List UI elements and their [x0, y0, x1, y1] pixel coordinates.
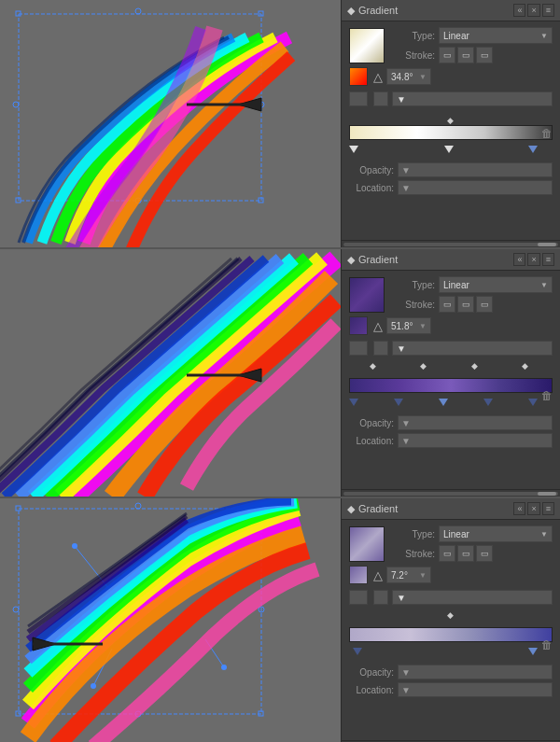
extra-icon-2[interactable] [373, 341, 388, 356]
scrollbar-1[interactable] [342, 240, 560, 247]
small-swatch-1[interactable] [349, 67, 368, 86]
delete-btn-3[interactable]: 🗑 [541, 638, 553, 651]
type-value-2: Linear [443, 280, 469, 290]
opacity-input-1[interactable]: ▼ [398, 162, 553, 177]
panel-row-1: ◆ Gradient « × ≡ Type: Linear ▼ [0, 0, 560, 249]
svg-point-30 [91, 683, 96, 689]
type-label-2: Type: [390, 280, 435, 290]
gradient-swatch-3[interactable] [349, 526, 385, 562]
panel-corner-btns-1: « × ≡ [513, 4, 554, 17]
stop-1b[interactable] [444, 142, 454, 153]
extra-select-1[interactable]: ▼ [392, 91, 553, 106]
gradient-icon-2: ◆ [347, 254, 355, 266]
gradient-bar-1[interactable] [349, 125, 553, 140]
small-swatch-2[interactable] [349, 316, 368, 335]
extra-select-arrow-3: ▼ [397, 593, 406, 603]
panel-body-3: Type: Linear ▼ Stroke: ▭ ▭ ▭ [342, 520, 560, 740]
menu-btn-1[interactable]: ≡ [542, 4, 554, 17]
stroke-btn-3c[interactable]: ▭ [476, 545, 493, 562]
type-select-3[interactable]: Linear ▼ [439, 525, 553, 542]
stop-2b[interactable] [394, 395, 403, 406]
gradient-swatch-1[interactable] [349, 28, 385, 63]
opacity-input-2[interactable]: ▼ [398, 415, 553, 430]
extra-select-2[interactable]: ▼ [392, 341, 553, 356]
extra-row-3: ▼ [349, 588, 553, 607]
stroke-btn-2b[interactable]: ▭ [457, 296, 474, 313]
diamond-2a[interactable]: ◆ [370, 361, 376, 371]
scrollbar-thumb-2 [538, 492, 556, 496]
stop-3b[interactable] [528, 644, 538, 655]
opacity-row-2: Opacity: ▼ [349, 415, 553, 430]
extra-swatch-3[interactable] [349, 590, 368, 605]
angle-field-2[interactable]: 51.8° ▼ [386, 317, 431, 334]
scrollbar-2[interactable] [342, 489, 560, 497]
stroke-btn-3b[interactable]: ▭ [457, 545, 474, 562]
stop-3a[interactable] [353, 644, 362, 655]
stop-1c[interactable] [528, 142, 538, 153]
gradient-icon-3: ◆ [347, 503, 355, 515]
location-label-3: Location: [349, 685, 394, 695]
close-btn-1[interactable]: × [527, 4, 539, 17]
diamond-3[interactable]: ◆ [447, 610, 454, 620]
extra-select-3[interactable]: ▼ [392, 590, 553, 605]
extra-swatch-1[interactable] [349, 91, 368, 106]
location-input-1[interactable]: ▼ [398, 180, 553, 195]
type-arrow-3: ▼ [540, 530, 548, 539]
extra-icon-3[interactable] [373, 590, 388, 605]
close-btn-2[interactable]: × [527, 253, 539, 266]
panel-corner-btns-2: « × ≡ [513, 253, 554, 266]
type-label-3: Type: [390, 529, 435, 539]
location-input-2[interactable]: ▼ [398, 433, 553, 448]
opacity-arrow-3: ▼ [401, 667, 411, 678]
angle-field-3[interactable]: 7.2° ▼ [386, 567, 431, 583]
opacity-label-3: Opacity: [349, 667, 394, 678]
type-select-2[interactable]: Linear ▼ [439, 276, 553, 293]
type-select-1[interactable]: Linear ▼ [439, 27, 553, 44]
angle-icon-1: △ [373, 70, 383, 84]
stop-2d[interactable] [483, 395, 493, 406]
stroke-btn-1c[interactable]: ▭ [476, 47, 493, 63]
diamond-2c[interactable]: ◆ [471, 361, 478, 371]
collapse-btn-2[interactable]: « [513, 253, 525, 266]
stroke-btn-2c[interactable]: ▭ [476, 296, 493, 313]
location-label-1: Location: [349, 183, 394, 193]
gradient-bar-container-3: 🗑 [349, 627, 553, 655]
diamond-2b[interactable]: ◆ [420, 361, 427, 371]
extra-icon-1[interactable] [373, 91, 388, 106]
diamond-2d[interactable]: ◆ [522, 361, 528, 371]
opacity-arrow-1: ▼ [401, 165, 411, 175]
menu-btn-3[interactable]: ≡ [542, 502, 554, 515]
angle-field-1[interactable]: 34.8° ▼ [386, 68, 431, 85]
gradient-bar-3[interactable] [349, 627, 553, 642]
scrollbar-thumb-1 [538, 243, 556, 246]
opacity-row-1: Opacity: ▼ [349, 162, 553, 177]
gradient-icon-1: ◆ [347, 5, 355, 17]
stop-1a[interactable] [349, 142, 358, 153]
extra-row-1: ▼ [349, 90, 553, 108]
opacity-input-3[interactable]: ▼ [398, 665, 553, 679]
diamond-1[interactable]: ◆ [447, 116, 454, 125]
stroke-btn-3a[interactable]: ▭ [439, 545, 455, 562]
close-btn-3[interactable]: × [527, 502, 539, 515]
location-input-3[interactable]: ▼ [398, 682, 553, 697]
gradient-bar-2[interactable] [349, 378, 553, 393]
stop-2e[interactable] [528, 395, 538, 406]
type-label-1: Type: [390, 31, 435, 41]
stroke-btn-2a[interactable]: ▭ [439, 296, 455, 313]
menu-btn-2[interactable]: ≡ [542, 253, 554, 266]
gradient-panel-1: ◆ Gradient « × ≡ Type: Linear ▼ [341, 0, 560, 247]
small-swatch-3[interactable] [349, 566, 368, 584]
delete-btn-1[interactable]: 🗑 [541, 127, 553, 140]
canvas-area-2 [0, 249, 341, 497]
delete-btn-2[interactable]: 🗑 [541, 389, 553, 402]
collapse-btn-1[interactable]: « [513, 4, 525, 17]
gradient-panel-2: ◆ Gradient « × ≡ Type: Linear ▼ [341, 249, 560, 497]
gradient-swatch-2[interactable] [349, 277, 385, 313]
collapse-btn-3[interactable]: « [513, 502, 525, 515]
stroke-btn-1b[interactable]: ▭ [457, 47, 474, 63]
stop-2a[interactable] [349, 395, 358, 406]
stroke-btn-1a[interactable]: ▭ [439, 47, 455, 63]
stop-2c[interactable] [439, 395, 448, 406]
extra-swatch-2[interactable] [349, 341, 368, 356]
svg-point-26 [72, 543, 77, 549]
